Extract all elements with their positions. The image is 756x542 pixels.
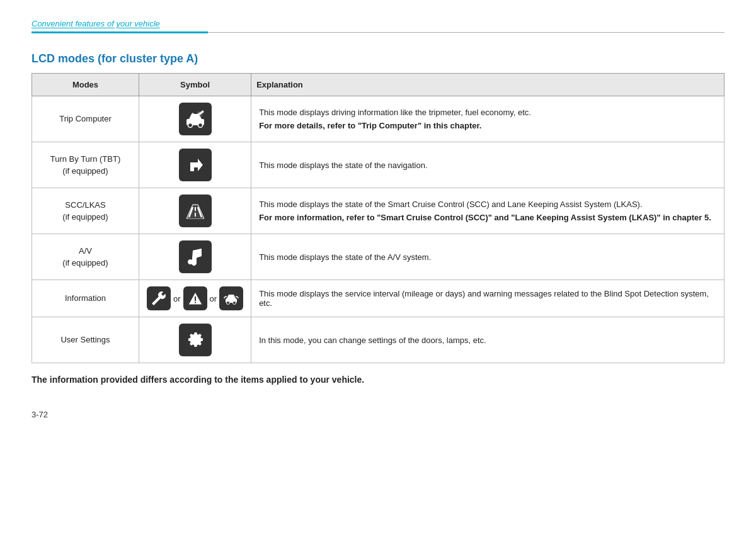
explanation-note: For more information, refer to "Smart Cr… [259,213,716,222]
warning-triangle-icon [187,290,203,307]
symbol-cell [139,317,251,363]
symbol-cell [139,96,251,142]
mode-label: SCC/LKAS(if equipped) [32,188,139,234]
svg-point-10 [227,302,230,305]
symbol-bsd [219,286,243,310]
svg-rect-7 [195,296,196,301]
table-row: SCC/LKAS(if equipped) [32,188,724,234]
explanation-cell: In this mode, you can change settings of… [251,317,724,363]
svg-point-11 [233,302,236,305]
lcd-modes-table: Modes Symbol Explanation Trip Computer [32,73,724,363]
col-header-explanation: Explanation [251,74,724,96]
symbol-av [179,240,212,273]
explanation-text: This mode displays the state of the A/V … [259,252,716,262]
symbol-cell [139,188,251,234]
explanation-cell: This mode displays the state of the Smar… [251,188,724,234]
music-icon [184,246,207,268]
arrow-turn-icon [184,154,207,176]
explanation-text: This mode displays the state of the Smar… [259,200,716,209]
explanation-cell: This mode displays the state of the A/V … [251,234,724,280]
mode-label: User Settings [32,317,139,363]
mode-label: A/V(if equipped) [32,234,139,280]
or-label-1: or [173,294,181,303]
table-row: User Settings In this mode, you can chan… [32,317,724,363]
mode-label: Turn By Turn (TBT)(if equipped) [32,142,139,188]
symbol-lkas [179,195,212,227]
explanation-text: This mode displays the service interval … [259,289,716,308]
symbol-cell [139,142,251,188]
explanation-cell: This mode displays the state of the navi… [251,142,724,188]
svg-point-2 [198,123,202,128]
bottom-note: The information provided differs accordi… [32,375,724,385]
table-row: Information or [32,280,724,317]
lkas-icon [184,200,207,222]
bsd-car-icon [223,290,239,307]
section-title: LCD modes (for cluster type A) [32,52,724,65]
symbol-wrench [147,286,171,310]
table-row: A/V(if equipped) This mode displays the … [32,234,724,280]
header-divider [32,31,724,33]
mode-label: Trip Computer [32,96,139,142]
page-number: 3-72 [32,410,724,419]
car-icon [184,108,207,130]
explanation-text: In this mode, you can change settings of… [259,336,716,345]
explanation-text: This mode displays driving information l… [259,108,716,117]
or-label-2: or [210,294,217,303]
explanation-note: For more details, refer to "Trip Compute… [259,121,716,130]
explanation-cell: This mode displays driving information l… [251,96,724,142]
col-header-symbol: Symbol [139,74,251,96]
wrench-icon [151,290,167,307]
explanation-cell: This mode displays the service interval … [251,280,724,317]
symbol-settings [179,324,212,356]
gear-icon [184,329,207,351]
svg-point-1 [188,123,192,128]
table-header-row: Modes Symbol Explanation [32,74,724,96]
col-header-modes: Modes [32,74,139,96]
symbol-tbt [179,149,212,181]
explanation-text: This mode displays the state of the navi… [259,161,716,170]
symbol-cell: or or [139,280,251,317]
table-row: Turn By Turn (TBT)(if equipped) This mod… [32,142,724,188]
symbol-trip-computer [179,103,212,135]
symbol-warning [183,286,207,310]
mode-label: Information [32,280,139,317]
header-line-gray [208,32,724,33]
symbol-cell [139,234,251,280]
svg-rect-8 [195,302,196,303]
table-row: Trip Computer [32,96,724,142]
header-line-blue [32,31,208,33]
info-symbols-group: or or [147,286,243,310]
header-title: Convenient features of your vehicle [32,19,724,28]
header-section: Convenient features of your vehicle [32,19,724,33]
